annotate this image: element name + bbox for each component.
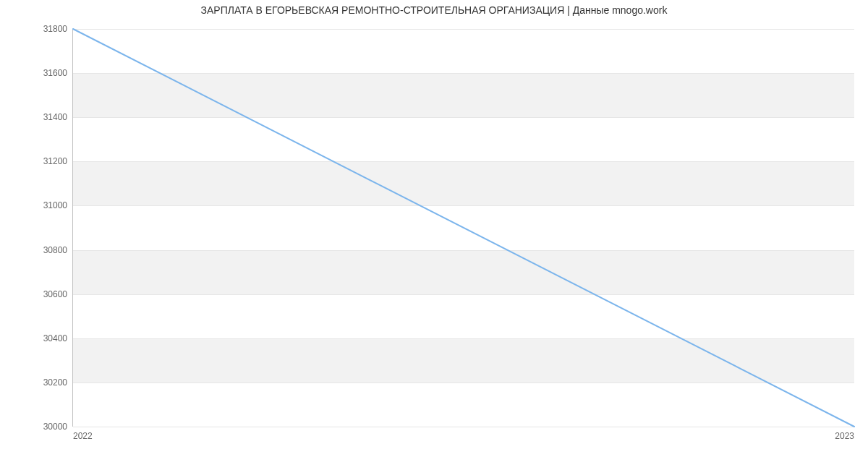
x-tick-label: 2023 [835,431,854,441]
y-tick-label: 30400 [43,333,67,343]
x-tick-label: 2022 [73,431,93,441]
series-line [73,29,854,427]
y-gridline [73,427,854,427]
plot-area: 3000030200304003060030800310003120031400… [72,29,854,427]
series-layer [73,29,854,427]
y-tick-label: 30600 [43,289,67,299]
y-tick-label: 31000 [43,200,67,210]
y-tick-label: 31200 [43,156,67,166]
chart-container: ЗАРПЛАТА В ЕГОРЬЕВСКАЯ РЕМОНТНО-СТРОИТЕЛ… [0,0,868,470]
y-tick-label: 31600 [43,68,67,78]
y-tick-label: 31400 [43,112,67,122]
chart-title: ЗАРПЛАТА В ЕГОРЬЕВСКАЯ РЕМОНТНО-СТРОИТЕЛ… [0,4,868,16]
y-tick-label: 30800 [43,245,67,255]
y-tick-label: 30000 [43,422,67,432]
y-tick-label: 30200 [43,377,67,388]
y-tick-label: 31800 [43,24,67,34]
